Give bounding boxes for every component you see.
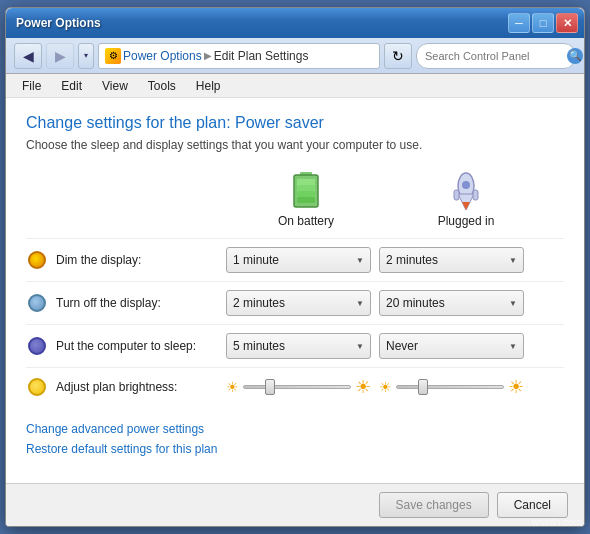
battery-column-header: On battery <box>226 172 386 228</box>
off-plugged-value: 20 minutes <box>386 296 445 310</box>
svg-rect-6 <box>297 179 315 185</box>
sleep-battery-dropdown[interactable]: 5 minutes ▼ <box>226 333 371 359</box>
sleep-battery-arrow: ▼ <box>356 342 364 351</box>
menu-file[interactable]: File <box>14 77 49 95</box>
search-input[interactable] <box>425 50 563 62</box>
svg-marker-12 <box>462 202 470 210</box>
breadcrumb-power-options[interactable]: Power Options <box>123 49 202 63</box>
svg-rect-3 <box>297 197 315 203</box>
setting-row-brightness: Adjust plan brightness: ☀ ☀ ☀ <box>26 367 564 406</box>
dim-plugged-arrow: ▼ <box>509 256 517 265</box>
nav-dropdown-button[interactable]: ▾ <box>78 43 94 69</box>
watermark: wsxdn.com <box>532 517 582 528</box>
maximize-button[interactable]: □ <box>532 13 554 33</box>
brightness-battery-slider-track[interactable] <box>243 385 351 389</box>
plugged-column-label: Plugged in <box>438 214 495 228</box>
dim-battery-value: 1 minute <box>233 253 279 267</box>
sleep-controls: 5 minutes ▼ Never ▼ <box>226 333 524 359</box>
address-bar: ◀ ▶ ▾ ⚙ Power Options ▶ Edit Plan Settin… <box>6 38 584 74</box>
setting-row-off: Turn off the display: 2 minutes ▼ 20 min… <box>26 281 564 324</box>
menu-tools[interactable]: Tools <box>140 77 184 95</box>
title-bar: Power Options ─ □ ✕ <box>6 8 584 38</box>
plugged-column-header: Plugged in <box>386 172 546 228</box>
search-icon[interactable]: 🔍 <box>567 48 583 64</box>
main-window: Power Options ─ □ ✕ ◀ ▶ ▾ ⚙ Power Option… <box>5 7 585 527</box>
sleep-label: Put the computer to sleep: <box>56 339 226 353</box>
cancel-button[interactable]: Cancel <box>497 492 568 518</box>
battery-column-label: On battery <box>278 214 334 228</box>
sleep-battery-value: 5 minutes <box>233 339 285 353</box>
links-section: Change advanced power settings Restore d… <box>26 422 564 456</box>
brightness-battery-sun-large: ☀ <box>355 376 371 398</box>
brightness-plugged-slider-track[interactable] <box>396 385 504 389</box>
back-button[interactable]: ◀ <box>14 43 42 69</box>
restore-defaults-link[interactable]: Restore default settings for this plan <box>26 442 564 456</box>
advanced-settings-link[interactable]: Change advanced power settings <box>26 422 564 436</box>
sleep-plugged-value: Never <box>386 339 418 353</box>
menu-help[interactable]: Help <box>188 77 229 95</box>
window-title: Power Options <box>16 16 101 30</box>
brightness-icon <box>26 376 48 398</box>
content-area: Change settings for the plan: Power save… <box>6 98 584 483</box>
dim-label: Dim the display: <box>56 253 226 267</box>
sleep-plugged-arrow: ▼ <box>509 342 517 351</box>
off-battery-dropdown[interactable]: 2 minutes ▼ <box>226 290 371 316</box>
off-icon <box>26 292 48 314</box>
dim-controls: 1 minute ▼ 2 minutes ▼ <box>226 247 524 273</box>
brightness-plugged-sun-large: ☀ <box>508 376 524 398</box>
brightness-battery-slider-thumb[interactable] <box>265 379 275 395</box>
dim-plugged-value: 2 minutes <box>386 253 438 267</box>
svg-rect-5 <box>297 185 315 191</box>
brightness-label: Adjust plan brightness: <box>56 380 226 394</box>
breadcrumb-icon: ⚙ <box>105 48 121 64</box>
window-controls: ─ □ ✕ <box>508 13 578 33</box>
dim-battery-arrow: ▼ <box>356 256 364 265</box>
search-box[interactable]: 🔍 <box>416 43 576 69</box>
footer: Save changes Cancel <box>6 483 584 526</box>
svg-rect-10 <box>473 190 478 200</box>
close-button[interactable]: ✕ <box>556 13 578 33</box>
dim-plugged-dropdown[interactable]: 2 minutes ▼ <box>379 247 524 273</box>
brightness-plugged-group: ☀ ☀ <box>379 376 524 398</box>
plugged-icon <box>448 172 484 210</box>
sleep-plugged-dropdown[interactable]: Never ▼ <box>379 333 524 359</box>
setting-row-sleep: Put the computer to sleep: 5 minutes ▼ N… <box>26 324 564 367</box>
brightness-plugged-sun-small: ☀ <box>379 379 392 395</box>
menu-bar: File Edit View Tools Help <box>6 74 584 98</box>
off-label: Turn off the display: <box>56 296 226 310</box>
forward-button[interactable]: ▶ <box>46 43 74 69</box>
svg-rect-9 <box>454 190 459 200</box>
refresh-button[interactable]: ↻ <box>384 43 412 69</box>
battery-icon <box>292 172 320 210</box>
breadcrumb: ⚙ Power Options ▶ Edit Plan Settings <box>98 43 380 69</box>
brightness-battery-sun-small: ☀ <box>226 379 239 395</box>
dim-icon <box>26 249 48 271</box>
save-button[interactable]: Save changes <box>379 492 489 518</box>
sleep-icon <box>26 335 48 357</box>
settings-grid: Dim the display: 1 minute ▼ 2 minutes ▼ <box>26 238 564 406</box>
svg-point-11 <box>462 181 470 189</box>
off-plugged-arrow: ▼ <box>509 299 517 308</box>
column-headers: On battery Plugged in <box>226 172 564 228</box>
svg-rect-4 <box>297 191 315 197</box>
off-plugged-dropdown[interactable]: 20 minutes ▼ <box>379 290 524 316</box>
off-battery-arrow: ▼ <box>356 299 364 308</box>
brightness-battery-group: ☀ ☀ <box>226 376 371 398</box>
menu-edit[interactable]: Edit <box>53 77 90 95</box>
brightness-plugged-slider-thumb[interactable] <box>418 379 428 395</box>
menu-view[interactable]: View <box>94 77 136 95</box>
setting-row-dim: Dim the display: 1 minute ▼ 2 minutes ▼ <box>26 238 564 281</box>
dim-battery-dropdown[interactable]: 1 minute ▼ <box>226 247 371 273</box>
off-battery-value: 2 minutes <box>233 296 285 310</box>
page-subtitle: Choose the sleep and display settings th… <box>26 138 564 152</box>
breadcrumb-edit-plan: Edit Plan Settings <box>214 49 309 63</box>
off-controls: 2 minutes ▼ 20 minutes ▼ <box>226 290 524 316</box>
brightness-controls: ☀ ☀ ☀ ☀ <box>226 376 524 398</box>
breadcrumb-separator-1: ▶ <box>204 50 212 61</box>
page-title: Change settings for the plan: Power save… <box>26 114 564 132</box>
minimize-button[interactable]: ─ <box>508 13 530 33</box>
